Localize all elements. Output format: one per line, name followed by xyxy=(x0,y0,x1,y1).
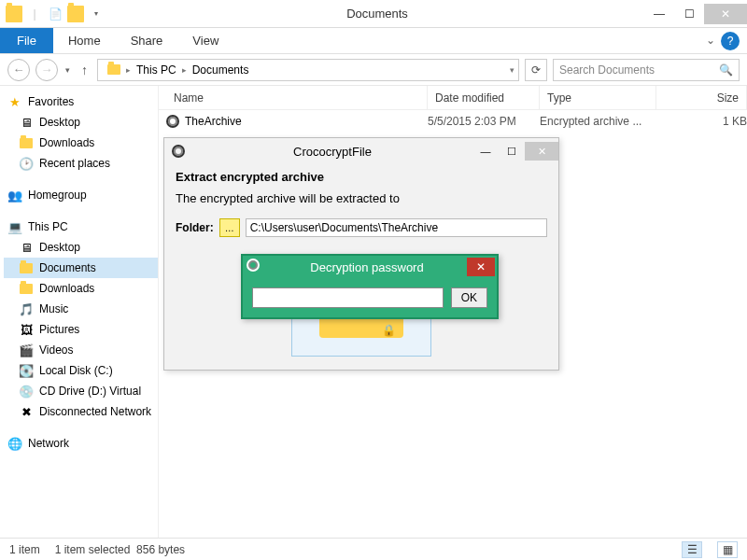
pictures-icon: 🖼 xyxy=(19,322,34,337)
status-bar: 1 item 1 item selected 856 bytes ☰ ▦ xyxy=(0,538,747,560)
sidebar-item-cddrive[interactable]: 💿CD Drive (D:) Virtual xyxy=(4,381,158,401)
column-headers: Name Date modified Type Size xyxy=(159,86,747,110)
forward-button[interactable]: → xyxy=(35,59,58,81)
col-size[interactable]: Size xyxy=(656,86,747,109)
folder-icon xyxy=(19,260,34,275)
password-title: Decryption password xyxy=(267,260,467,274)
file-size: 1 KB xyxy=(656,115,747,128)
window-buttons: — ☐ ✕ xyxy=(644,4,747,24)
sidebar-item-downloads2[interactable]: Downloads xyxy=(4,278,158,299)
sidebar-homegroup: 👥Homegroup xyxy=(4,185,158,205)
folder-label: Folder: xyxy=(176,221,214,234)
folder-row: Folder: … xyxy=(176,218,547,237)
file-type: Encrypted archive ... xyxy=(540,115,656,128)
crococrypt-close-button[interactable]: ✕ xyxy=(525,142,558,161)
sidebar-item-recent[interactable]: 🕑Recent places xyxy=(4,153,158,174)
sidebar-favorites-header[interactable]: ★Favorites xyxy=(4,91,158,112)
password-dialog: Decryption password ✕ OK xyxy=(241,254,499,319)
refresh-button[interactable]: ⟳ xyxy=(525,59,547,81)
sidebar-item-desktop[interactable]: 🖥Desktop xyxy=(4,112,158,133)
password-input[interactable] xyxy=(252,287,444,308)
crococrypt-title: CrococryptFile xyxy=(192,145,472,159)
col-name[interactable]: Name xyxy=(166,86,428,109)
desktop-icon: 🖥 xyxy=(19,115,34,130)
network-icon: 🌐 xyxy=(7,436,22,451)
window-titlebar: | 📄 ▾ Documents — ☐ ✕ xyxy=(0,0,747,28)
sidebar-item-documents[interactable]: Documents xyxy=(4,258,158,278)
sidebar-network: 🌐Network xyxy=(4,433,158,454)
videos-icon: 🎬 xyxy=(19,343,34,357)
sidebar-thispc-header[interactable]: 💻This PC xyxy=(4,217,158,237)
file-rows: TheArchive 5/5/2015 2:03 PM Encrypted ar… xyxy=(159,110,747,133)
main-split: ★Favorites 🖥Desktop Downloads 🕑Recent pl… xyxy=(0,86,747,538)
maximize-button[interactable]: ☐ xyxy=(674,4,704,24)
network-drive-icon: ✖ xyxy=(19,404,34,419)
breadcrumb-documents[interactable]: Documents xyxy=(187,63,255,77)
close-button[interactable]: ✕ xyxy=(704,4,747,24)
crococrypt-titlebar[interactable]: CrococryptFile — ☐ ✕ xyxy=(164,138,558,164)
tab-share[interactable]: Share xyxy=(116,28,178,53)
app-icon xyxy=(6,6,22,22)
desktop-icon: 🖥 xyxy=(19,240,34,255)
history-dropdown-icon[interactable]: ▾ xyxy=(63,65,72,75)
ok-button[interactable]: OK xyxy=(451,287,487,308)
breadcrumb-thispc[interactable]: This PC xyxy=(131,63,182,77)
sidebar-homegroup-header[interactable]: 👥Homegroup xyxy=(4,185,158,205)
sidebar-item-downloads[interactable]: Downloads xyxy=(4,133,158,153)
sidebar-thispc: 💻This PC 🖥Desktop Documents Downloads 🎵M… xyxy=(4,217,158,422)
folder-icon xyxy=(19,135,34,150)
search-placeholder: Search Documents xyxy=(559,63,655,77)
qat-open-icon[interactable] xyxy=(67,6,84,22)
qat-new-icon[interactable]: 📄 xyxy=(47,6,63,22)
star-icon: ★ xyxy=(7,94,22,109)
sidebar: ★Favorites 🖥Desktop Downloads 🕑Recent pl… xyxy=(0,86,159,538)
search-box[interactable]: Search Documents 🔍 xyxy=(553,59,740,81)
sidebar-item-pictures[interactable]: 🖼Pictures xyxy=(4,319,158,340)
folder-icon xyxy=(19,281,34,296)
disc-icon: 💿 xyxy=(19,384,34,399)
back-button[interactable]: ← xyxy=(7,59,30,81)
tab-home[interactable]: Home xyxy=(53,28,116,53)
help-icon[interactable]: ? xyxy=(721,32,740,50)
music-icon: 🎵 xyxy=(19,301,34,316)
status-selected: 1 item selected xyxy=(55,543,131,556)
ribbon-collapse-icon[interactable]: ⌄ xyxy=(706,28,715,53)
homegroup-icon: 👥 xyxy=(7,188,22,203)
file-tab[interactable]: File xyxy=(0,28,53,53)
crococrypt-minimize-button[interactable]: — xyxy=(472,142,499,161)
sidebar-item-disconnected[interactable]: ✖Disconnected Network xyxy=(4,401,158,422)
qat-dropdown-icon[interactable]: ▾ xyxy=(88,6,105,22)
ribbon: File Home Share View ⌄ ? xyxy=(0,28,747,54)
password-titlebar[interactable]: Decryption password ✕ xyxy=(243,256,497,278)
details-view-button[interactable]: ☰ xyxy=(682,541,702,558)
sidebar-item-music[interactable]: 🎵Music xyxy=(4,299,158,319)
sidebar-network-header[interactable]: 🌐Network xyxy=(4,433,158,454)
file-list-pane: Name Date modified Type Size TheArchive … xyxy=(159,86,747,538)
breadcrumb-dropdown-icon[interactable]: ▾ xyxy=(510,65,514,75)
status-count: 1 item xyxy=(9,543,40,556)
password-app-icon xyxy=(247,259,263,275)
sidebar-item-desktop2[interactable]: 🖥Desktop xyxy=(4,237,158,258)
col-type[interactable]: Type xyxy=(540,86,656,109)
quick-access-toolbar: | 📄 ▾ xyxy=(0,6,110,22)
sidebar-item-localdisk[interactable]: 💽Local Disk (C:) xyxy=(4,360,158,381)
sidebar-item-videos[interactable]: 🎬Videos xyxy=(4,340,158,360)
up-button[interactable]: ↑ xyxy=(78,63,92,77)
sidebar-favorites: ★Favorites 🖥Desktop Downloads 🕑Recent pl… xyxy=(4,91,158,174)
breadcrumb-root-icon[interactable] xyxy=(102,64,126,75)
folder-path-input[interactable] xyxy=(246,218,547,237)
crococrypt-dialog: CrococryptFile — ☐ ✕ Extract encrypted a… xyxy=(163,137,559,371)
minimize-button[interactable]: — xyxy=(644,4,674,24)
search-icon: 🔍 xyxy=(719,63,733,77)
icons-view-button[interactable]: ▦ xyxy=(717,541,738,558)
crococrypt-maximize-button[interactable]: ☐ xyxy=(499,142,525,161)
tab-view[interactable]: View xyxy=(177,28,233,53)
breadcrumb[interactable]: ▸ This PC ▸ Documents ▾ xyxy=(97,59,519,81)
password-close-button[interactable]: ✕ xyxy=(467,258,495,276)
browse-button[interactable]: … xyxy=(219,218,240,237)
file-row[interactable]: TheArchive 5/5/2015 2:03 PM Encrypted ar… xyxy=(159,110,747,133)
password-body: OK xyxy=(243,278,497,317)
lock-icon: 🔒 xyxy=(382,324,399,341)
col-modified[interactable]: Date modified xyxy=(428,86,540,109)
archive-icon xyxy=(166,115,179,128)
